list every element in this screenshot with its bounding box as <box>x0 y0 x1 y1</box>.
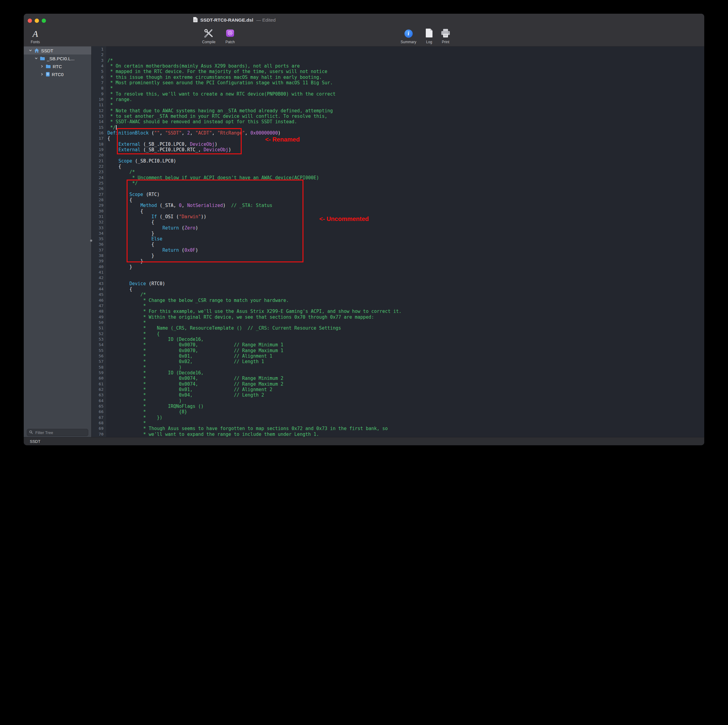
code-area[interactable]: /* * On certain motherboards(mainly Asus… <box>106 46 704 437</box>
window-title-edited: — Edited <box>256 17 276 23</box>
sidebar-item-label: RTC0 <box>52 72 64 77</box>
window-title: SSDT-RTC0-RANGE.dsl — Edited <box>193 14 276 26</box>
sidebar-item-label: _SB.PCI0.L... <box>47 56 75 61</box>
search-icon <box>29 430 33 435</box>
titlebar: SSDT-RTC0-RANGE.dsl — Edited <box>24 14 704 26</box>
folder-icon <box>40 56 45 61</box>
chevron-right-icon[interactable] <box>40 73 44 76</box>
sidebar-item-label: SSDT <box>41 48 53 53</box>
fonts-icon: A <box>32 29 38 38</box>
home-icon <box>34 48 39 53</box>
patch-button[interactable]: Patch <box>219 28 242 44</box>
traffic-lights <box>28 18 46 23</box>
summary-button[interactable]: i Summary <box>397 28 420 44</box>
chevron-down-icon[interactable] <box>29 49 32 52</box>
filter-tree-input[interactable] <box>35 430 86 435</box>
sidebar-item-rtc[interactable]: RTC <box>24 63 91 70</box>
status-bar-path: SSDT <box>30 439 40 444</box>
printer-icon <box>441 29 450 39</box>
info-icon: i <box>404 29 413 38</box>
filter-tree-field[interactable] <box>27 429 88 436</box>
maciasl-window: SSDT-RTC0-RANGE.dsl — Edited A Fonts Com… <box>24 14 704 445</box>
chevron-right-icon[interactable] <box>40 65 44 68</box>
status-bar: SSDT <box>24 437 704 445</box>
sidebar-item-rtc0[interactable]: RTC0 <box>24 70 91 78</box>
code-lines: /* * On certain motherboards(mainly Asus… <box>107 58 704 437</box>
folder-icon <box>46 64 51 69</box>
document-proxy-icon <box>193 17 198 24</box>
sidebar-tree: SSDT_SB.PCI0.L...RTCRTC0 <box>24 46 91 78</box>
sidebar-item-ssdt[interactable]: SSDT <box>24 47 91 55</box>
window-content: SSDT_SB.PCI0.L...RTCRTC0 123456789101112… <box>24 46 704 437</box>
toolbar: A Fonts Compile Patch i Summary <box>24 26 704 47</box>
fonts-button[interactable]: A Fonts <box>24 28 47 44</box>
sidebar: SSDT_SB.PCI0.L...RTCRTC0 <box>24 46 92 437</box>
compile-tools-icon <box>203 28 214 39</box>
close-button[interactable] <box>28 18 32 23</box>
renamed-annotation: <- Renamed <box>265 137 300 142</box>
compile-button[interactable]: Compile <box>197 28 220 44</box>
sidebar-splitter-handle[interactable] <box>90 240 92 242</box>
log-page-icon <box>425 28 433 39</box>
document-icon <box>46 72 50 77</box>
minimize-button[interactable] <box>35 18 39 23</box>
zoom-button[interactable] <box>42 18 46 23</box>
uncommented-annotation: <- Uncommented <box>319 216 369 222</box>
print-button[interactable]: Print <box>434 28 457 44</box>
window-title-text: SSDT-RTC0-RANGE.dsl <box>200 17 253 23</box>
sidebar-item-label: RTC <box>53 64 62 69</box>
code-editor[interactable]: 1234567891011121314151617181920212223242… <box>92 46 704 437</box>
sidebar-item-sb-pci0-l[interactable]: _SB.PCI0.L... <box>24 55 91 63</box>
patch-icon <box>225 29 235 39</box>
line-numbers: 1234567891011121314151617181920212223242… <box>92 46 106 437</box>
chevron-down-icon[interactable] <box>34 57 38 60</box>
